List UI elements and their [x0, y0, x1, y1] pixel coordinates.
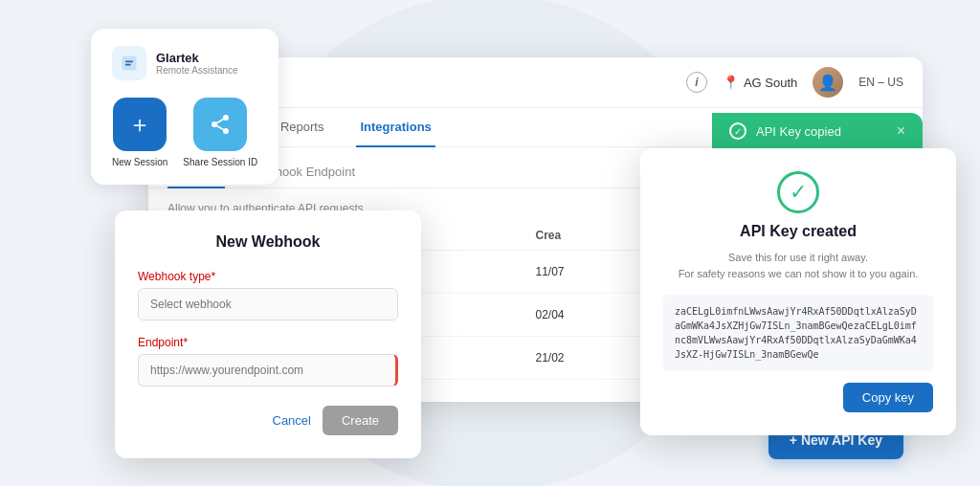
location-name: AG South: [744, 76, 797, 90]
endpoint-label: Endpoint*: [138, 336, 398, 349]
webhook-type-label: Webhook type*: [138, 270, 398, 283]
webhook-dialog-actions: Cancel Create: [138, 406, 398, 435]
cancel-button[interactable]: Cancel: [273, 406, 311, 435]
svg-line-6: [214, 118, 226, 124]
webhook-type-input[interactable]: [138, 288, 398, 320]
glartek-title: Glartek: [156, 51, 238, 65]
create-button[interactable]: Create: [323, 406, 398, 435]
webhook-dialog-title: New Webhook: [138, 233, 398, 251]
api-desc-line2: For safety reasons we can not show it to…: [679, 268, 919, 279]
new-session-icon: ＋: [113, 98, 167, 151]
new-webhook-dialog: New Webhook Webhook type* Endpoint* Canc…: [115, 210, 421, 458]
webhook-type-field: Webhook type*: [138, 270, 398, 320]
endpoint-input[interactable]: [138, 354, 398, 387]
svg-rect-1: [125, 61, 133, 63]
glartek-header: Glartek Remote Assistance: [112, 46, 257, 80]
api-key-created-dialog: ✓ API Key created Save this for use it r…: [640, 148, 956, 435]
location-pin-icon: 📍: [723, 75, 739, 90]
api-key-value: zaCELgL0imfnLWwsAawjYr4RxAf50DDqtlxAlzaS…: [663, 295, 933, 371]
glartek-buttons: ＋ New Session Share Session ID: [112, 98, 257, 167]
glartek-logo-icon: [112, 46, 146, 80]
glartek-subtitle: Remote Assistance: [156, 65, 238, 76]
user-avatar: 👤: [813, 67, 843, 98]
svg-rect-0: [122, 56, 137, 71]
new-session-button[interactable]: ＋ New Session: [112, 98, 167, 167]
svg-line-7: [214, 124, 226, 131]
api-created-title: API Key created: [663, 223, 933, 240]
api-desc-line1: Save this for use it right away.: [728, 252, 868, 263]
toast-message: API Key copied: [756, 124, 841, 139]
svg-rect-2: [125, 64, 131, 66]
share-session-button[interactable]: Share Session ID: [183, 98, 257, 167]
glartek-card: Glartek Remote Assistance ＋ New Session …: [91, 29, 278, 185]
endpoint-field: Endpoint*: [138, 336, 398, 387]
info-icon[interactable]: i: [686, 72, 707, 93]
toast-check-icon: ✓: [729, 122, 746, 140]
share-session-icon: [193, 98, 247, 151]
api-created-icon: ✓: [663, 171, 933, 213]
tab-integrations[interactable]: Integrations: [356, 108, 434, 147]
toast-close-button[interactable]: ×: [897, 122, 905, 140]
location-badge: 📍 AG South: [723, 75, 797, 90]
new-session-label: New Session: [112, 157, 167, 167]
glartek-info: Glartek Remote Assistance: [156, 51, 238, 76]
language-badge: EN – US: [858, 76, 903, 89]
tab-reports[interactable]: Reports: [277, 108, 328, 147]
check-circle-icon: ✓: [777, 171, 819, 213]
copy-key-button[interactable]: Copy key: [843, 383, 933, 412]
api-created-description: Save this for use it right away. For saf…: [663, 250, 933, 281]
share-session-label: Share Session ID: [183, 157, 257, 167]
api-copied-toast: ✓ API Key copied ×: [712, 113, 923, 149]
